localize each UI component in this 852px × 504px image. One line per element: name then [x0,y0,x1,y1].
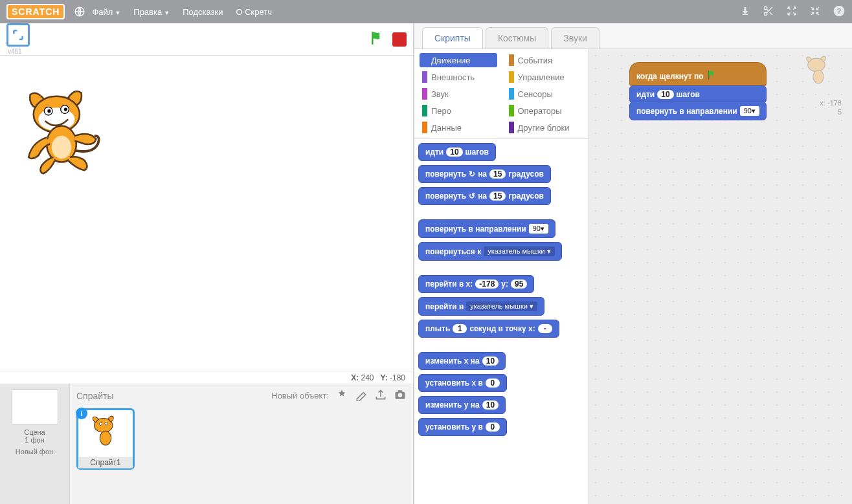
scene-thumbnail[interactable] [12,389,58,424]
category-more[interactable]: Другие блоки [506,120,584,135]
block-turn-cw[interactable]: повернуть↻на15градусов [418,165,551,183]
sprite-item[interactable]: i Спрайт1 [76,408,135,470]
shrink-icon[interactable] [809,5,821,19]
svg-text:?: ? [836,6,841,15]
block-when-flag-clicked[interactable]: когда щелкнут по [629,62,767,87]
tab-sounds[interactable]: Звуки [551,27,600,49]
sprite-name-label: Спрайт1 [78,457,133,468]
scratch-logo[interactable]: SCRATCH [6,4,65,19]
sprite-info-icon[interactable]: i [76,408,87,419]
editor-tabs: Скрипты Костюмы Звуки [414,23,852,49]
category-pen[interactable]: Перо [420,104,497,118]
svg-point-12 [52,136,72,159]
block-set-y[interactable]: установить y в0 [418,418,507,436]
svg-point-8 [47,109,50,113]
language-icon[interactable] [74,6,85,17]
stamp-icon[interactable] [739,5,751,19]
block-palette[interactable]: идти10шагов повернуть↻на15градусов повер… [414,139,589,504]
menu-edit[interactable]: Правка▼ [133,7,170,17]
stage-pane: v461 [0,23,414,504]
block-move-steps[interactable]: идти10шагов [418,143,496,161]
block-change-y[interactable]: изменить y на10 [418,396,506,414]
block-category-grid: Движение События Внешность Управление Зв… [414,49,589,139]
menu-about[interactable]: О Скретч [236,7,272,17]
category-sensing[interactable]: Сенсоры [506,87,584,101]
block-point-direction[interactable]: повернуть в направлении90▾ [418,219,555,238]
script-stack[interactable]: когда щелкнут по идти10шагов повернуть в… [629,62,767,118]
svg-rect-15 [398,390,403,392]
svg-point-2 [764,12,767,16]
scene-backdrop-count: 1 фон [5,436,64,444]
block-point-direction-script[interactable]: повернуть в направлении90▾ [629,102,767,120]
camera-sprite-icon[interactable] [394,388,407,403]
block-glide[interactable]: плыть1секунд в точку x:- [418,320,559,338]
svg-point-14 [398,393,403,398]
rotate-cw-icon: ↻ [469,170,475,179]
sprite-on-stage[interactable] [19,88,104,181]
svg-point-17 [100,431,111,445]
svg-point-19 [105,422,107,425]
sprite-watermark-icon [800,54,836,93]
block-move-steps-script[interactable]: идти10шагов [629,85,767,104]
grow-icon[interactable] [786,5,798,19]
svg-point-10 [64,108,67,111]
tab-scripts[interactable]: Скрипты [422,27,483,49]
paint-sprite-icon[interactable] [355,388,368,403]
svg-point-1 [764,6,767,10]
new-backdrop-label: Новый фон: [5,444,64,455]
new-object-label: Новый объект: [271,391,329,400]
fullscreen-button[interactable] [6,23,30,47]
rotate-ccw-icon: ↺ [469,192,475,201]
green-flag-icon [706,69,718,83]
block-set-x[interactable]: установить x в0 [418,374,507,392]
help-icon[interactable]: ? [833,5,846,19]
stage-canvas[interactable] [0,56,413,371]
scissors-icon[interactable] [763,5,774,19]
block-point-towards[interactable]: повернуться куказатель мышки ▾ [418,242,562,261]
category-control[interactable]: Управление [506,70,584,84]
block-goto[interactable]: перейти вуказатель мышки ▾ [418,297,544,316]
block-change-x[interactable]: изменить x на10 [418,352,506,370]
scene-label: Сцена [5,428,64,436]
top-menu-bar: SCRATCH Файл▼ Правка▼ Подсказки О Скретч… [0,0,852,23]
version-label: v461 [8,48,30,55]
menu-tips[interactable]: Подсказки [183,7,223,17]
upload-sprite-icon[interactable] [374,388,387,403]
svg-point-21 [813,70,824,83]
svg-point-18 [99,422,102,425]
category-data[interactable]: Данные [420,120,497,135]
scene-column: Сцена 1 фон Новый фон: [0,384,70,504]
category-operators[interactable]: Операторы [506,104,584,118]
block-goto-xy[interactable]: перейти в x:-178y:95 [418,275,534,293]
sprite-position-readout: x: -178 5 [820,98,842,116]
green-flag-button[interactable] [369,30,386,49]
category-motion[interactable]: Движение [420,53,497,67]
category-sound[interactable]: Звук [420,87,497,101]
category-events[interactable]: События [506,53,584,67]
category-looks[interactable]: Внешность [420,70,497,84]
stop-button[interactable] [392,32,407,47]
sprites-header-label: Спрайты [76,391,114,401]
stage-mouse-coords: X: 240 Y: -180 [0,371,413,384]
menu-file[interactable]: Файл▼ [92,7,120,17]
block-turn-ccw[interactable]: повернуть↺на15градусов [418,187,551,205]
tab-costumes[interactable]: Костюмы [486,27,548,49]
script-canvas[interactable]: x: -178 5 когда щелкнут по идти10шагов [589,49,852,504]
choose-sprite-icon[interactable] [335,388,348,403]
